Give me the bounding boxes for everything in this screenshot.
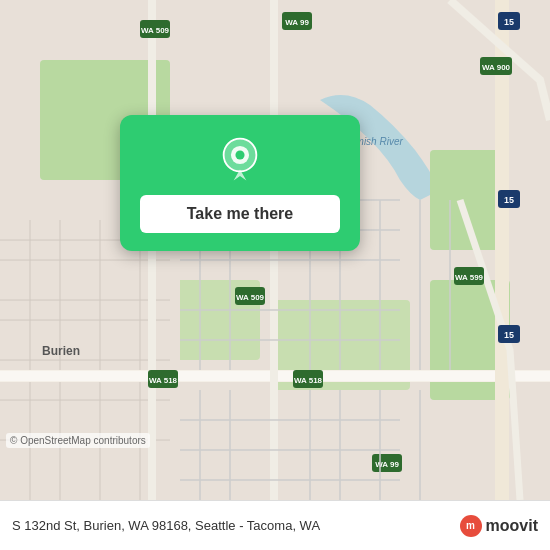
svg-text:15: 15: [504, 17, 514, 27]
moovit-logo-text: moovit: [486, 517, 538, 535]
moovit-icon: m: [460, 515, 482, 537]
location-pin-icon: [215, 135, 265, 185]
svg-rect-5: [430, 150, 500, 250]
svg-text:WA 99: WA 99: [375, 460, 399, 469]
svg-text:Burien: Burien: [42, 344, 80, 358]
copyright-text: © OpenStreetMap contributors: [6, 433, 150, 448]
address-text: S 132nd St, Burien, WA 98168, Seattle - …: [12, 518, 460, 533]
bottom-bar: S 132nd St, Burien, WA 98168, Seattle - …: [0, 500, 550, 550]
svg-text:15: 15: [504, 195, 514, 205]
svg-text:WA 599: WA 599: [455, 273, 484, 282]
svg-text:WA 518: WA 518: [149, 376, 178, 385]
moovit-logo: m moovit: [460, 515, 538, 537]
svg-text:WA 509: WA 509: [141, 26, 170, 35]
take-me-there-button[interactable]: Take me there: [140, 195, 340, 233]
svg-text:WA 518: WA 518: [294, 376, 323, 385]
svg-text:WA 99: WA 99: [285, 18, 309, 27]
map-container: 15 15 15 WA 509 WA 509 WA 99 WA 99 WA 90…: [0, 0, 550, 500]
svg-text:WA 509: WA 509: [236, 293, 265, 302]
svg-point-70: [235, 150, 244, 159]
svg-text:WA 900: WA 900: [482, 63, 511, 72]
popup-card: Take me there: [120, 115, 360, 251]
svg-text:15: 15: [504, 330, 514, 340]
